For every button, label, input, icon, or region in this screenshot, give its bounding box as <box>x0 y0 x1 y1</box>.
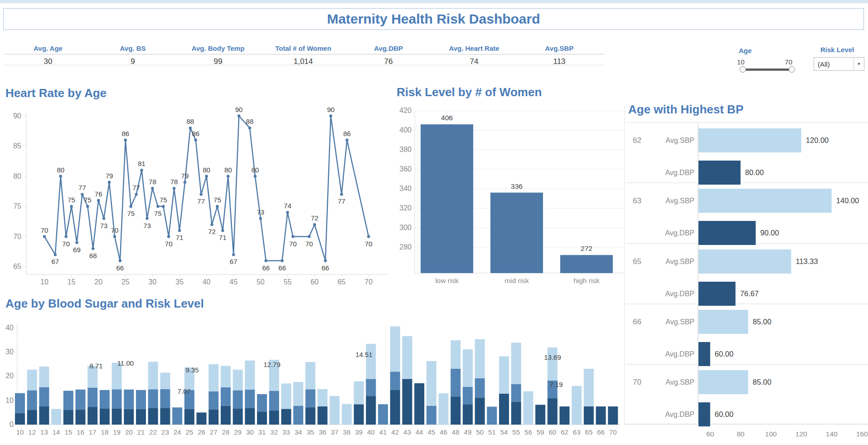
svg-text:35: 35 <box>175 278 184 286</box>
svg-text:78: 78 <box>149 178 156 186</box>
svg-text:66: 66 <box>321 264 329 272</box>
age-slider-max-value: 70 <box>777 58 792 66</box>
svg-text:55: 55 <box>512 428 520 436</box>
svg-text:60: 60 <box>548 428 556 436</box>
svg-text:36: 36 <box>319 428 326 436</box>
svg-text:90: 90 <box>13 112 21 120</box>
risk-level-dropdown[interactable]: (All) ▼ <box>814 57 864 71</box>
svg-text:69: 69 <box>73 246 81 254</box>
svg-text:45: 45 <box>427 428 435 436</box>
svg-text:high risk: high risk <box>573 277 600 284</box>
svg-text:33: 33 <box>282 428 290 436</box>
svg-text:63: 63 <box>573 428 581 436</box>
age-highest-bp-chart[interactable]: 62Avg.SBP120.00Avg.DBP80.0063Avg.SBP140.… <box>626 119 868 445</box>
svg-text:46: 46 <box>440 428 447 436</box>
svg-text:120: 120 <box>795 430 807 438</box>
svg-text:73: 73 <box>257 208 264 216</box>
svg-text:54: 54 <box>500 428 508 436</box>
heart-rate-chart-title: Heart Rate by Age <box>5 86 107 100</box>
svg-text:70: 70 <box>165 240 173 248</box>
svg-text:7.07: 7.07 <box>177 387 190 395</box>
svg-text:66: 66 <box>116 264 124 272</box>
svg-text:73: 73 <box>100 222 108 230</box>
svg-text:66: 66 <box>262 264 270 272</box>
svg-text:77: 77 <box>197 197 205 205</box>
svg-text:70: 70 <box>289 240 297 248</box>
svg-text:30: 30 <box>246 428 254 436</box>
svg-text:90: 90 <box>327 106 335 113</box>
svg-text:17: 17 <box>89 428 97 436</box>
svg-text:340: 340 <box>399 185 412 192</box>
svg-text:Avg.SBP: Avg.SBP <box>665 258 694 265</box>
risk-level-filter-label: Risk Level <box>820 46 854 54</box>
svg-text:100: 100 <box>765 430 777 438</box>
age-slider-handle-right[interactable] <box>789 66 795 73</box>
svg-text:15: 15 <box>64 428 72 436</box>
svg-text:15: 15 <box>68 278 76 286</box>
svg-text:38: 38 <box>343 428 351 436</box>
svg-text:11.00: 11.00 <box>117 359 134 367</box>
svg-text:88: 88 <box>246 117 254 125</box>
svg-text:35: 35 <box>306 428 314 436</box>
svg-text:70: 70 <box>609 428 617 436</box>
svg-text:62: 62 <box>561 428 568 436</box>
svg-text:75: 75 <box>154 210 162 217</box>
svg-text:65: 65 <box>633 257 641 266</box>
svg-text:71: 71 <box>176 234 184 241</box>
age-blood-sugar-risk-chart[interactable]: 0102030401012131415161718192021222324252… <box>0 312 626 445</box>
svg-text:39: 39 <box>355 428 363 436</box>
svg-text:21: 21 <box>137 428 145 436</box>
age-filter-label: Age <box>739 47 752 54</box>
svg-text:70: 70 <box>364 278 373 286</box>
age-slider-handle-left[interactable] <box>740 66 746 73</box>
svg-text:Avg.DBP: Avg.DBP <box>665 350 694 358</box>
svg-text:44: 44 <box>416 428 423 436</box>
title-box: Maternity Health Risk Dashboard <box>3 8 864 30</box>
svg-text:160: 160 <box>856 430 868 438</box>
svg-text:40: 40 <box>5 324 14 332</box>
svg-text:Avg.SBP: Avg.SBP <box>665 378 694 386</box>
svg-text:56: 56 <box>524 428 532 436</box>
kpi-avg-body-temp: Avg. Body Temp 99 <box>175 44 261 66</box>
svg-text:66: 66 <box>597 428 605 436</box>
svg-text:43: 43 <box>403 428 411 436</box>
svg-text:12: 12 <box>28 428 36 436</box>
svg-text:12.79: 12.79 <box>263 361 281 368</box>
svg-text:mid risk: mid risk <box>504 277 529 284</box>
svg-text:30: 30 <box>5 348 14 356</box>
heart-rate-by-age-chart[interactable]: 6570758085901015202530354045505560657070… <box>0 104 392 291</box>
svg-text:low risk: low risk <box>435 277 459 284</box>
svg-text:70: 70 <box>62 240 70 248</box>
risk-level-dropdown-value: (All) <box>814 60 853 68</box>
dashboard-title: Maternity Health Risk Dashboard <box>4 9 863 29</box>
svg-text:113.33: 113.33 <box>795 257 818 265</box>
svg-text:73: 73 <box>143 222 151 230</box>
age-range-slider[interactable] <box>742 68 792 71</box>
kpi-label: Avg. Heart Rate <box>431 44 517 52</box>
svg-text:60.00: 60.00 <box>715 410 733 418</box>
svg-text:48: 48 <box>452 428 460 436</box>
chevron-down-icon[interactable]: ▼ <box>853 58 864 70</box>
svg-text:75: 75 <box>13 202 21 210</box>
svg-text:34: 34 <box>295 428 302 436</box>
svg-text:16: 16 <box>77 428 84 436</box>
svg-text:0: 0 <box>10 421 14 428</box>
svg-text:79: 79 <box>181 172 189 180</box>
svg-text:8.71: 8.71 <box>89 362 102 370</box>
risk-level-bar-chart[interactable]: 280300320340360380400420406low risk336mi… <box>394 104 628 291</box>
svg-text:406: 406 <box>441 114 453 122</box>
svg-text:14.51: 14.51 <box>355 351 373 358</box>
svg-text:272: 272 <box>581 245 592 252</box>
kpi-divider-top <box>5 54 604 54</box>
svg-text:68: 68 <box>89 252 97 259</box>
svg-text:70: 70 <box>365 240 373 248</box>
svg-text:78: 78 <box>170 178 178 186</box>
svg-text:13.69: 13.69 <box>544 353 561 361</box>
svg-text:60: 60 <box>706 430 714 438</box>
svg-text:40: 40 <box>203 278 211 286</box>
svg-text:25: 25 <box>185 428 193 436</box>
kpi-avg-heart-rate: Avg. Heart Rate 74 <box>431 44 517 66</box>
svg-text:49: 49 <box>464 428 472 436</box>
svg-text:75: 75 <box>84 196 92 204</box>
svg-text:400: 400 <box>399 126 412 134</box>
